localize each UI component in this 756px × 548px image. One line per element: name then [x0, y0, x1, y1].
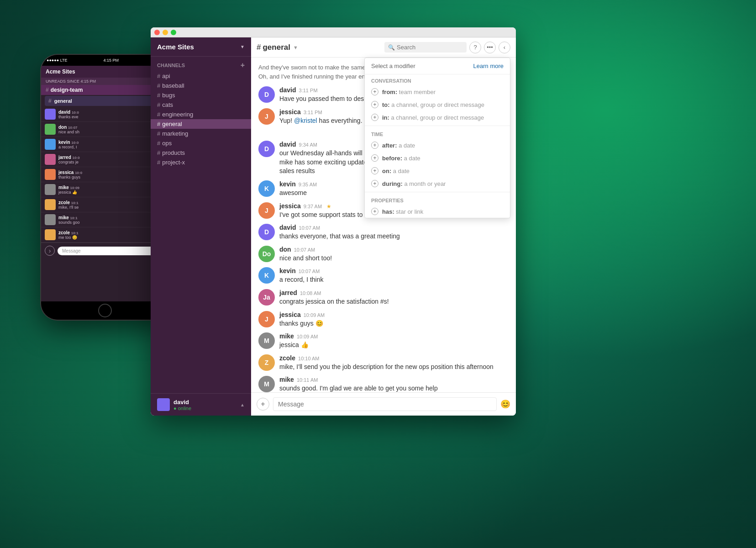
on-filter[interactable]: + on: a date [365, 164, 510, 177]
chevron-down-icon[interactable]: ▼ [293, 45, 298, 50]
hash-icon: # [157, 121, 160, 127]
channel-name-project-x: project-x [162, 159, 185, 166]
message-header: jessica 10:09 AM [279, 311, 509, 318]
help-button[interactable]: ? [469, 42, 481, 53]
iphone-avatar [45, 199, 56, 210]
conversation-section-label: Conversation [365, 74, 510, 85]
channel-list: # api # baseball # bugs # cats # engin [151, 71, 251, 393]
properties-section-label: Properties [365, 194, 510, 205]
message-text: a record, I think [279, 275, 509, 285]
iphone-msg-item: zcole 10:1 mike, I'll se [41, 197, 169, 212]
sidebar-item-baseball[interactable]: # baseball [151, 81, 251, 90]
chat-input-area: + 😊 [251, 392, 516, 416]
iphone-home-button[interactable] [98, 304, 112, 317]
user-info: david online [157, 398, 191, 411]
learn-more-link[interactable]: Learn more [473, 63, 504, 69]
plus-icon: + [371, 142, 378, 149]
sidebar-item-api[interactable]: # api [151, 71, 251, 81]
to-filter[interactable]: + to: a channel, group or direct message [365, 98, 510, 111]
sidebar-item-marketing[interactable]: # marketing [151, 129, 251, 138]
message-time: 10:07 AM [294, 247, 315, 253]
message-content: mike 10:11 AM sounds good. I'm glad we a… [279, 376, 509, 392]
iphone-msg-text: sounds goo [58, 220, 122, 225]
iphone-mini-channel-label: general [54, 98, 72, 104]
iphone-msg-text: thanks eve [58, 115, 122, 119]
back-button[interactable]: ‹ [499, 42, 510, 53]
avatar: Ja [258, 289, 275, 306]
message-text: thanks guys 😊 [279, 319, 509, 328]
add-channel-button[interactable]: + [241, 61, 245, 69]
avatar: J [258, 202, 275, 219]
has-filter[interactable]: + has: star or link [365, 205, 510, 218]
sidebar-item-bugs[interactable]: # bugs [151, 90, 251, 100]
minimize-button[interactable] [163, 30, 168, 35]
message-username: jarred [279, 289, 297, 296]
channel-name-ops: ops [162, 140, 172, 147]
message-header: mike 10:11 AM [279, 376, 509, 383]
message-group: Do don 10:07 AM nice and short too! [258, 246, 509, 263]
sidebar-header: Acme Sites ▼ [151, 37, 251, 57]
more-options-button[interactable]: ••• [484, 42, 496, 53]
after-desc: a date [399, 142, 415, 149]
message-text: nice and short too! [279, 254, 509, 263]
after-label: after: [382, 142, 397, 149]
iphone-message-input[interactable]: Message [58, 247, 165, 255]
divider [365, 126, 510, 126]
in-filter[interactable]: + in: a channel, group or direct message [365, 111, 510, 124]
sidebar-item-cats[interactable]: # cats [151, 100, 251, 110]
message-time: 10:09 AM [297, 334, 318, 339]
to-label: to: [382, 101, 390, 108]
from-filter[interactable]: + from: team member [365, 85, 510, 98]
search-bar[interactable]: 🔍 [384, 42, 467, 53]
chevron-up-icon: ▲ [240, 402, 245, 407]
message-content: kevin 10:07 AM a record, I think [279, 267, 509, 285]
chevron-down-icon: ▼ [240, 44, 245, 49]
during-filter[interactable]: + during: a month or year [365, 177, 510, 190]
on-desc: a date [393, 168, 410, 174]
message-username: mike [279, 332, 294, 340]
plus-icon: + [371, 114, 378, 121]
emoji-button[interactable]: 😊 [500, 399, 510, 409]
message-time: 10:11 AM [297, 377, 318, 383]
iphone-hash-icon: # [48, 98, 52, 104]
sidebar-item-project-x[interactable]: # project-x [151, 158, 251, 167]
sidebar-item-ops[interactable]: # ops [151, 138, 251, 148]
sidebar-footer: david online ▲ [151, 393, 251, 416]
maximize-button[interactable] [171, 30, 176, 35]
message-group: M mike 10:11 AM sounds good. I'm glad we… [258, 376, 509, 392]
username: david [173, 399, 191, 406]
avatar: D [258, 141, 275, 157]
sidebar-item-products[interactable]: # products [151, 148, 251, 158]
message-text: thanks everyone, that was a great meetin… [279, 232, 509, 241]
sidebar-item-general[interactable]: # general [151, 119, 251, 129]
on-label: on: [382, 168, 391, 174]
message-username: david [279, 224, 296, 231]
message-time: 9:37 AM [304, 204, 322, 209]
before-filter[interactable]: + before: a date [365, 152, 510, 164]
search-input[interactable] [397, 44, 463, 51]
avatar: J [258, 311, 275, 327]
message-input[interactable] [273, 397, 497, 411]
sidebar-item-engineering[interactable]: # engineering [151, 110, 251, 119]
message-time: 10:08 AM [300, 290, 321, 296]
hash-icon: # [157, 82, 160, 89]
channel-title-text: general [262, 43, 290, 52]
iphone-msg-item: jessica 10:0 thanks guys [41, 167, 169, 182]
channel-name-baseball: baseball [162, 82, 184, 89]
message-username: kevin [279, 267, 296, 274]
message-time: 9:34 AM [299, 142, 317, 148]
add-attachment-button[interactable]: + [257, 398, 269, 411]
iphone-msg-item: kevin 10:0 a record, I [41, 137, 169, 152]
after-filter[interactable]: + after: a date [365, 139, 510, 152]
iphone-active-channel[interactable]: # design-team 1 [41, 85, 169, 95]
user-status: online [173, 406, 191, 411]
message-time: 10:10 AM [298, 356, 319, 361]
channel-name-marketing: marketing [162, 130, 188, 137]
team-name: Acme Sites [157, 43, 194, 51]
user-details: david online [173, 399, 191, 411]
mac-window: Acme Sites ▼ CHANNELS + # api # baseball… [151, 27, 516, 416]
channel-name-engineering: engineering [162, 111, 193, 118]
iphone-send-btn[interactable]: › [45, 246, 55, 256]
message-username: jessica [279, 202, 301, 210]
close-button[interactable] [154, 30, 160, 35]
